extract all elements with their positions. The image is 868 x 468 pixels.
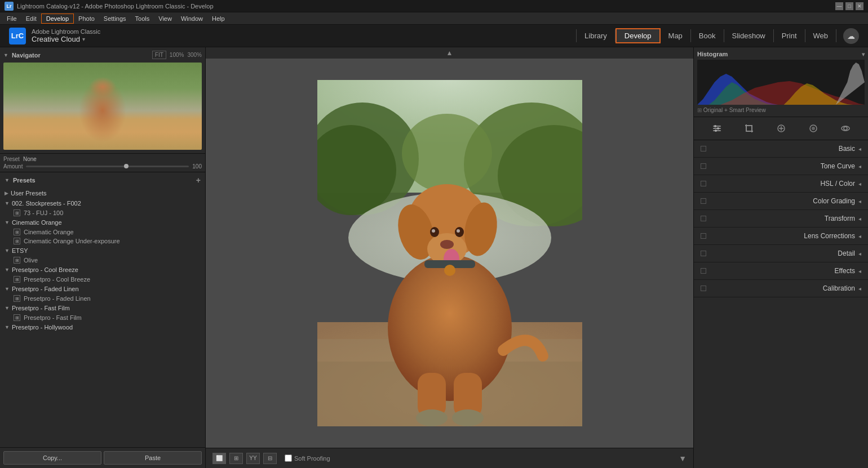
panel-collapse-top[interactable]: ▲ <box>206 47 693 59</box>
list-item[interactable]: ⊞ Cinematic Orange <box>0 228 205 237</box>
group-label: Presetpro - Faded Linen <box>12 286 79 292</box>
nav-book[interactable]: Book <box>691 29 724 42</box>
dropdown-arrow-icon[interactable]: ▾ <box>82 36 85 42</box>
expand-arrow-icon: ▶ <box>5 190 8 196</box>
minimize-button[interactable]: — <box>835 2 843 10</box>
amount-slider[interactable] <box>26 166 189 167</box>
basic-adjustments-tool[interactable] <box>709 121 725 136</box>
nav-library[interactable]: Library <box>576 29 615 42</box>
crop-tool[interactable] <box>741 121 757 136</box>
svg-point-32 <box>717 127 719 130</box>
preset-group-header-stockpresets[interactable]: ▼ 002. Stockpresets - F002 <box>0 198 205 208</box>
histogram-section: Histogram ▾ <box>694 47 868 117</box>
window-controls[interactable]: — □ ✕ <box>835 2 863 10</box>
svg-point-31 <box>714 125 716 127</box>
module-toggle-color-grading[interactable] <box>701 198 706 204</box>
expand-arrow-icon: ▼ <box>5 267 10 273</box>
module-effects[interactable]: Effects ◂ <box>694 262 868 280</box>
module-toggle-effects[interactable] <box>701 268 706 274</box>
module-lens-corrections[interactable]: Lens Corrections ◂ <box>694 228 868 245</box>
paste-button[interactable]: Paste <box>104 451 202 465</box>
module-tone-curve[interactable]: Tone Curve ◂ <box>694 158 868 175</box>
close-button[interactable]: ✕ <box>856 2 863 10</box>
nav-slideshow[interactable]: Slideshow <box>724 29 774 42</box>
preset-group-header-faded-linen[interactable]: ▼ Presetpro - Faded Linen <box>0 284 205 294</box>
module-toggle-calibration[interactable] <box>701 286 706 291</box>
nav-develop[interactable]: Develop <box>615 28 661 43</box>
module-toggle-detail[interactable] <box>701 251 706 256</box>
list-item[interactable]: ⊞ Cinematic Orange Under-exposure <box>0 237 205 246</box>
preset-group-header-hollywood[interactable]: ▼ Presetpro - Hollywood <box>0 322 205 332</box>
list-item[interactable]: ⊞ Presetpro - Fast Film <box>0 313 205 322</box>
module-transform[interactable]: Transform ◂ <box>694 210 868 228</box>
preset-file-icon: ⊞ <box>14 295 20 302</box>
zoom-100-button[interactable]: 100% <box>170 52 184 58</box>
svg-point-20 <box>457 229 460 233</box>
module-hsl-color[interactable]: HSL / Color ◂ <box>694 175 868 193</box>
compare-view-button[interactable]: YY <box>246 453 260 464</box>
group-label: Presetpro - Fast Film <box>12 305 70 311</box>
menu-window[interactable]: Window <box>176 14 207 23</box>
preset-group-header-etsy[interactable]: ▼ ETSY <box>0 246 205 256</box>
module-toggle-basic[interactable] <box>701 146 706 151</box>
menu-tools[interactable]: Tools <box>131 14 154 23</box>
module-name-basic: Basic <box>706 145 855 153</box>
bottom-panel-toggle[interactable]: ▼ <box>679 454 687 463</box>
list-item[interactable]: ⊞ Presetpro - Faded Linen <box>0 294 205 303</box>
module-arrow-calibration: ◂ <box>858 286 861 292</box>
zoom-300-button[interactable]: 300% <box>187 52 202 58</box>
add-preset-button[interactable]: + <box>196 176 201 185</box>
module-toggle-lens[interactable] <box>701 233 706 239</box>
module-basic[interactable]: Basic ◂ <box>694 140 868 158</box>
module-calibration[interactable]: Calibration ◂ <box>694 280 868 297</box>
menu-develop[interactable]: Develop <box>41 14 74 24</box>
fit-button[interactable]: FIT <box>152 51 166 59</box>
maximize-button[interactable]: □ <box>845 2 853 10</box>
list-item[interactable]: ⊞ Presetpro - Cool Breeze <box>0 275 205 284</box>
menu-help[interactable]: Help <box>207 14 229 23</box>
heal-tool[interactable] <box>773 121 789 136</box>
svg-point-15 <box>440 240 454 249</box>
preset-group-user-presets: ▶ User Presets <box>0 188 205 198</box>
preset-group-header-user-presets[interactable]: ▶ User Presets <box>0 188 205 198</box>
fit-view-button[interactable]: ⬜ <box>212 453 226 464</box>
module-detail[interactable]: Detail ◂ <box>694 245 868 262</box>
nav-map[interactable]: Map <box>661 29 691 42</box>
mask-tool[interactable] <box>805 121 821 136</box>
menu-settings[interactable]: Settings <box>99 14 131 23</box>
copy-button[interactable]: Copy... <box>3 451 101 465</box>
nav-print[interactable]: Print <box>774 29 805 42</box>
nav-web[interactable]: Web <box>805 29 837 42</box>
preview-mode-label: ⊞ Original + Smart Preview <box>697 107 865 113</box>
module-toggle-tone-curve[interactable] <box>701 163 706 169</box>
module-color-grading[interactable]: Color Grading ◂ <box>694 193 868 210</box>
module-toggle-hsl[interactable] <box>701 181 706 186</box>
preset-group-header-cinematic[interactable]: ▼ Cinematic Orange <box>0 217 205 228</box>
preset-group-cinematic-orange: ▼ Cinematic Orange ⊞ Cinematic Orange ⊞ … <box>0 217 205 246</box>
center-area: ▲ <box>206 47 693 468</box>
cloud-account-name[interactable]: Creative Cloud ▾ <box>32 35 100 43</box>
histogram-expand-icon[interactable]: ▾ <box>862 51 865 57</box>
window-title: Lightroom Catalog-v12 - Adobe Photoshop … <box>17 3 835 10</box>
preset-group-header-fast-film[interactable]: ▼ Presetpro - Fast Film <box>0 303 205 313</box>
presets-panel: ▼ Presets + ▶ User Presets ▼ 002. Stockp… <box>0 172 205 447</box>
expand-arrow-icon: ▼ <box>5 286 10 292</box>
cloud-sync-icon[interactable]: ☁ <box>843 28 859 44</box>
collapse-arrow-icon[interactable]: ▼ <box>3 52 8 58</box>
menu-file[interactable]: File <box>2 14 21 23</box>
survey-view-button[interactable]: ⊟ <box>263 453 277 464</box>
presets-collapse-icon[interactable]: ▼ <box>5 177 10 183</box>
menu-view[interactable]: View <box>154 14 176 23</box>
module-toggle-transform[interactable] <box>701 216 706 221</box>
group-label: User Presets <box>11 190 47 197</box>
list-item[interactable]: ⊞ Olive <box>0 256 205 265</box>
red-eye-tool[interactable] <box>838 121 853 136</box>
menu-photo[interactable]: Photo <box>74 14 99 23</box>
preset-group-header-cool-breeze[interactable]: ▼ Presetpro - Cool Breeze <box>0 265 205 275</box>
amount-label: Amount <box>3 163 23 170</box>
list-item[interactable]: ⊞ 73 - FUJ - 100 <box>0 208 205 217</box>
soft-proof-checkbox[interactable] <box>285 454 292 462</box>
menu-edit[interactable]: Edit <box>21 14 41 23</box>
soft-proof-label: Soft Proofing <box>294 455 330 462</box>
grid-view-button[interactable]: ⊞ <box>229 453 243 464</box>
